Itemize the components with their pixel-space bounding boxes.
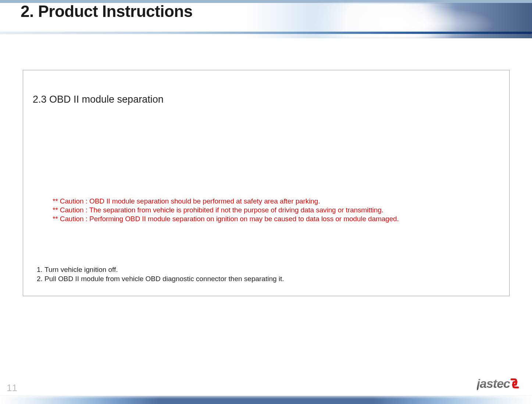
caution-line: ** Caution : OBD II module separation sh… — [53, 197, 494, 206]
caution-line: ** Caution : Performing OBD II module se… — [53, 215, 494, 223]
steps-block: Turn vehicle ignition off. Pull OBD II m… — [30, 265, 494, 283]
page-title: 2. Product Instructions — [21, 2, 193, 21]
step-item: Turn vehicle ignition off. — [44, 265, 494, 274]
content-box: 2.3 OBD II module separation ** Caution … — [23, 70, 510, 296]
header-divider — [0, 32, 532, 34]
brand-mark-icon — [509, 378, 520, 389]
brand-logo: jastec — [477, 376, 520, 391]
caution-block: ** Caution : OBD II module separation sh… — [53, 197, 494, 223]
bottom-bar-decor — [0, 396, 532, 404]
page-number: 11 — [7, 382, 17, 394]
section-title: 2.3 OBD II module separation — [33, 94, 164, 105]
brand-wordmark: jastec — [477, 376, 510, 391]
step-item: Pull OBD II module from vehicle OBD diag… — [44, 274, 494, 284]
caution-line: ** Caution : The separation from vehicle… — [53, 206, 494, 215]
